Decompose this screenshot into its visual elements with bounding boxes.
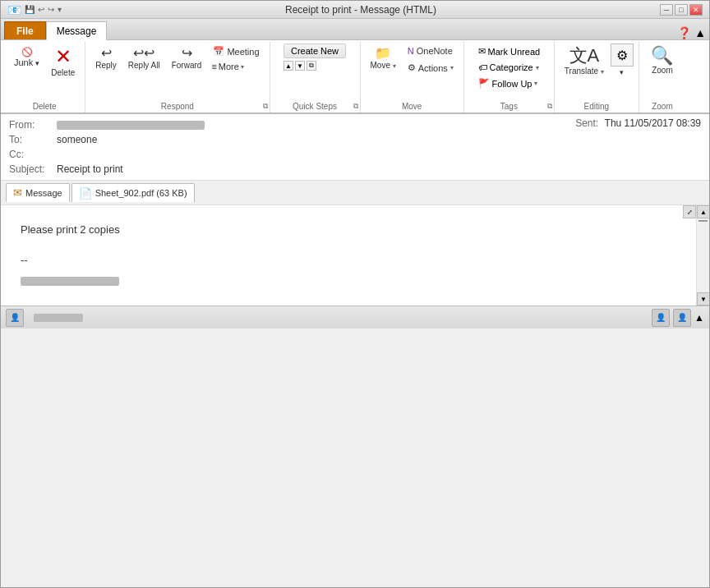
title-bar: 📧 💾 ↩ ↪ ▾ Receipt to print - Message (HT…	[1, 1, 709, 19]
tab-attachment[interactable]: 📄 Sheet_902.pdf (63 KB)	[71, 183, 195, 202]
close-button[interactable]: ✕	[689, 4, 703, 16]
status-avatar-right1: 👤	[652, 309, 670, 327]
editing-expand[interactable]: ▾	[611, 68, 634, 76]
tab-message[interactable]: Message	[46, 21, 108, 40]
ribbon-tabs: File Message ❓ ▲	[1, 19, 709, 40]
status-expand-icon[interactable]: ▲	[694, 312, 704, 324]
ribbon-group-editing: 文A Translate ▾ ⚙ ▾ Editing	[555, 42, 639, 113]
ribbon-expand-icon[interactable]: ▲	[694, 26, 706, 39]
status-avatar-left: 👤	[6, 309, 24, 327]
more-button[interactable]: ≡ More ▾	[208, 61, 264, 72]
window-title: Receipt to print - Message (HTML)	[62, 4, 660, 16]
window-controls[interactable]: ─ □ ✕	[660, 4, 703, 16]
minimize-button[interactable]: ─	[660, 4, 673, 16]
body-signature	[21, 273, 689, 290]
delete-buttons: 🚫 Junk ▾ ✕ Delete	[9, 44, 80, 111]
status-bar: 👤 👤 👤 ▲	[1, 305, 709, 328]
message-tab-icon: ✉	[13, 186, 22, 199]
pdf-icon: 📄	[79, 187, 92, 200]
signature-blurred	[21, 277, 119, 286]
attachment-bar: ✉ Message 📄 Sheet_902.pdf (63 KB)	[1, 181, 709, 205]
zoom-button[interactable]: 🔍 Zoom	[644, 44, 680, 78]
message-body[interactable]: Please print 2 copies --	[1, 205, 709, 305]
translate-icon: 文A	[569, 47, 600, 65]
scrollbar[interactable]: ▲ ▼	[696, 205, 709, 305]
email-header: From: Sent: Thu 11/05/2017 08:39 To: som…	[1, 114, 709, 181]
ribbon-group-quick-steps: Create New ▲ ▼ ⧉ Quick Steps ⧉	[270, 42, 361, 113]
body-line2: --	[21, 252, 689, 269]
ribbon: 🚫 Junk ▾ ✕ Delete Delete ↩ Reply ↩↩ Repl…	[1, 40, 709, 114]
tags-expand-icon[interactable]: ⧉	[547, 102, 552, 111]
zoom-icon: 🔍	[651, 47, 673, 65]
ribbon-group-move: 📁 Move ▾ N OneNote ⚙ Actions ▾ Move	[361, 42, 464, 113]
meeting-button[interactable]: 📅 Meeting	[208, 44, 264, 59]
quick-steps-scroll-down[interactable]: ▼	[295, 61, 305, 71]
message-area: Please print 2 copies -- ▲ ▼ ⤢	[1, 205, 709, 305]
more-icon: ≡	[211, 62, 216, 71]
reply-all-icon: ↩↩	[133, 47, 154, 60]
more-editing-button[interactable]: ⚙	[611, 44, 634, 67]
quick-steps-area: Create New ▲ ▼ ⧉	[284, 44, 346, 82]
scroll-up-button[interactable]: ▲	[697, 205, 709, 218]
mark-unread-icon: ✉	[478, 46, 486, 57]
categorize-icon: 🏷	[478, 62, 487, 72]
scroll-thumb[interactable]	[698, 220, 708, 222]
respond-expand-icon[interactable]: ⧉	[263, 102, 268, 111]
ribbon-group-delete: 🚫 Junk ▾ ✕ Delete Delete	[4, 42, 85, 113]
maximize-button[interactable]: □	[675, 4, 688, 16]
move-button[interactable]: 📁 Move ▾	[366, 44, 401, 73]
ribbon-group-tags: ✉ Mark Unread 🏷 Categorize ▾ 🚩 Follow Up…	[464, 42, 555, 113]
ribbon-group-zoom: 🔍 Zoom Zoom	[639, 42, 685, 113]
body-line1: Please print 2 copies	[21, 222, 689, 239]
actions-icon: ⚙	[408, 62, 416, 73]
follow-up-icon: 🚩	[478, 78, 490, 89]
reply-button[interactable]: ↩ Reply	[90, 44, 122, 73]
respond-buttons: ↩ Reply ↩↩ Reply All ↪ Forward 📅 Meeting…	[90, 44, 264, 85]
categorize-button[interactable]: 🏷 Categorize ▾	[473, 60, 546, 75]
reply-icon: ↩	[101, 47, 112, 60]
reply-all-button[interactable]: ↩↩ Reply All	[123, 44, 165, 73]
mark-unread-button[interactable]: ✉ Mark Unread	[473, 44, 546, 59]
actions-button[interactable]: ⚙ Actions ▾	[403, 60, 459, 76]
onenote-button[interactable]: N OneNote	[403, 44, 459, 58]
quick-steps-expand[interactable]: ⧉	[307, 61, 316, 71]
status-avatar-right2: 👤	[673, 309, 691, 327]
from-blurred	[57, 121, 205, 130]
scroll-down-button[interactable]: ▼	[697, 292, 709, 305]
onenote-icon: N	[408, 46, 414, 56]
quick-steps-scroll-up[interactable]: ▲	[284, 61, 293, 71]
resize-icon[interactable]: ⤢	[683, 205, 696, 218]
email-content: From: Sent: Thu 11/05/2017 08:39 To: som…	[1, 114, 709, 328]
create-new-button[interactable]: Create New	[284, 44, 346, 58]
ribbon-help-icon[interactable]: ❓	[677, 26, 691, 39]
junk-button[interactable]: 🚫 Junk ▾	[9, 44, 44, 71]
forward-button[interactable]: ↪ Forward	[167, 44, 207, 73]
status-blurred	[34, 314, 83, 322]
delete-icon: ✕	[55, 47, 71, 67]
tab-message[interactable]: ✉ Message	[6, 183, 70, 202]
forward-icon: ↪	[182, 47, 192, 60]
delete-button[interactable]: ✕ Delete	[46, 44, 80, 80]
meeting-icon: 📅	[213, 46, 224, 57]
move-icon: 📁	[375, 47, 391, 60]
follow-up-button[interactable]: 🚩 Follow Up ▾	[473, 76, 546, 91]
junk-icon: 🚫	[21, 47, 33, 57]
quick-steps-expand-icon[interactable]: ⧉	[353, 102, 358, 111]
ribbon-group-respond: ↩ Reply ↩↩ Reply All ↪ Forward 📅 Meeting…	[85, 42, 270, 113]
tab-file[interactable]: File	[4, 21, 46, 39]
translate-button[interactable]: 文A Translate ▾	[560, 44, 609, 79]
